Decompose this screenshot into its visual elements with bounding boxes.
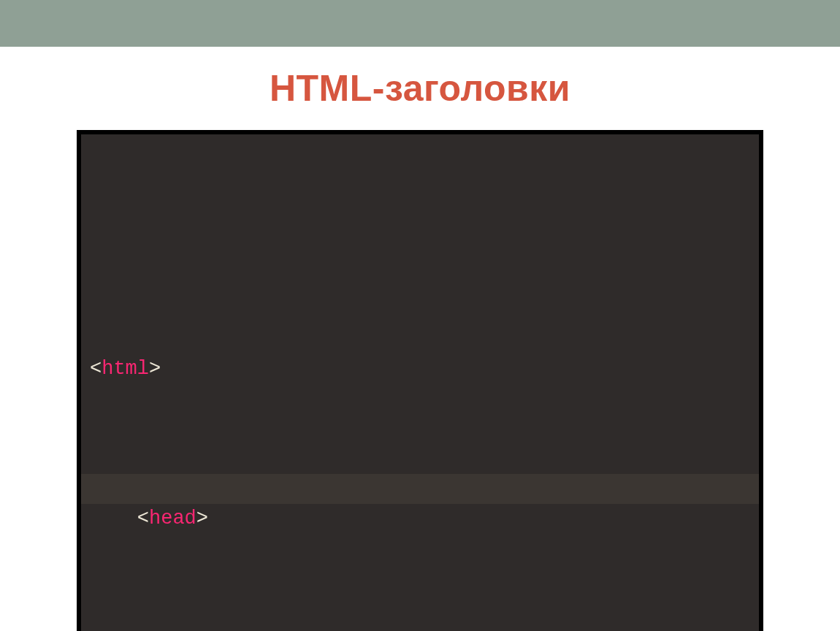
indent-guide: [90, 508, 137, 529]
active-line-highlight: [81, 474, 759, 504]
angle-bracket: >: [196, 508, 208, 529]
slide-title: HTML-заголовки: [0, 47, 840, 130]
tag-head: head: [149, 508, 196, 529]
angle-bracket: >: [149, 358, 161, 380]
slide-root: HTML-заголовки <html> <head> <title>Стра…: [0, 0, 840, 631]
angle-bracket: <: [90, 358, 102, 380]
code-editor-frame: <html> <head> <title>Страница</title> </…: [77, 130, 763, 631]
code-line: <html>: [90, 354, 750, 384]
code-editor: <html> <head> <title>Страница</title> </…: [81, 134, 759, 631]
code-line: <head>: [90, 504, 750, 534]
angle-bracket: <: [137, 508, 149, 529]
tag-html: html: [102, 358, 149, 380]
content-panel: HTML-заголовки <html> <head> <title>Стра…: [0, 47, 840, 631]
